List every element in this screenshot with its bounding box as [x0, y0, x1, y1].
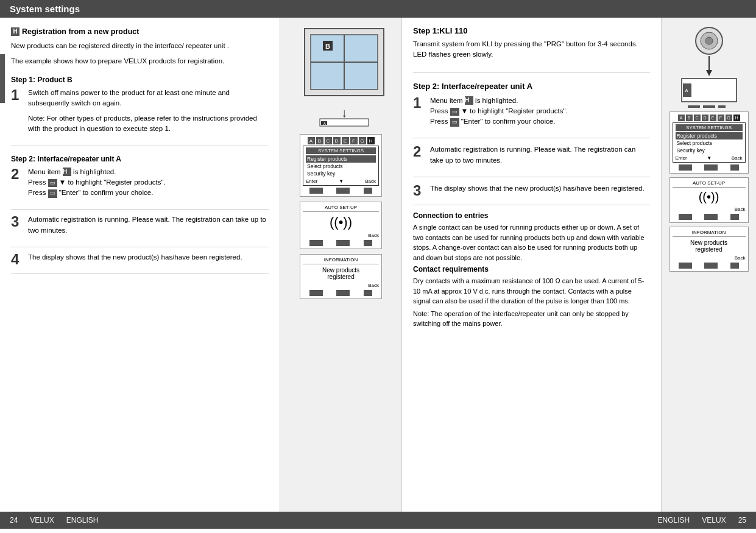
- fr-info-box: INFORMATION New products registered Back: [669, 227, 749, 272]
- fr-info-title: INFORMATION: [673, 230, 746, 237]
- fr-info-btn1: [679, 263, 692, 269]
- fr-auto-btn1: [679, 214, 692, 220]
- fr-menu-item-register: Register products: [676, 132, 743, 139]
- fr-H: H: [733, 115, 740, 121]
- btn3: [364, 188, 372, 194]
- enter-key-icon: ▭: [48, 179, 57, 188]
- icon-H-inline: H: [63, 168, 71, 176]
- autosetup-box: AUTO SET-UP ((•)) Back: [300, 202, 382, 249]
- section-title: H Registration from a new product: [11, 27, 269, 36]
- svg-text:A: A: [685, 88, 688, 93]
- step1-row: 1 Switch off mains power to the product …: [11, 88, 269, 146]
- fr-D: D: [702, 115, 708, 121]
- btn1: [309, 188, 323, 194]
- footer-lang-left: ENGLISH: [66, 516, 99, 524]
- fr-menu-title: SYSTEM SETTINGS: [676, 124, 743, 131]
- enter-key2-icon: ▭: [48, 189, 57, 198]
- btn2: [336, 188, 350, 194]
- fr-info-btn3: [730, 263, 739, 269]
- right-step1-section: Step 1:KLI 110 Transmit system from KLI …: [413, 26, 650, 73]
- auto-btn3: [364, 240, 372, 246]
- conn-text: A single contact can be used for running…: [413, 222, 650, 263]
- right-step4-row: 3 The display shows that the new product…: [413, 183, 650, 205]
- fr-btn3: [730, 164, 739, 171]
- step4-number-left: 4: [11, 252, 22, 267]
- footer-page-left: 24: [10, 516, 18, 524]
- step2-content: Menu item H is highlighted. Press ▭ ▼ to…: [28, 167, 166, 203]
- step4-content-left: The display shows that the new product(s…: [28, 252, 242, 267]
- fr-menu-item-select: Select products: [676, 139, 743, 147]
- intro-para2: The example shows how to prepare VELUX p…: [11, 56, 269, 66]
- footer-brand-left: VELUX: [30, 516, 54, 524]
- info-box: INFORMATION New products registered Back: [300, 254, 382, 299]
- info-back: Back: [303, 283, 379, 288]
- illustration-column: B ↓ A A B C D E F G H SYSTEM SET: [280, 18, 402, 512]
- fr-F: F: [718, 115, 724, 121]
- step1-product-b-header: Step 1: Product B: [11, 76, 269, 84]
- fr-B: B: [686, 115, 693, 121]
- menu-item-security: Security key: [306, 170, 376, 177]
- step3-row-left: 3 Automatic registration is running. Ple…: [11, 214, 269, 247]
- step1-number: 1: [11, 88, 22, 102]
- fr-autosetup-box: AUTO SET-UP ((•)) Back: [669, 177, 749, 223]
- req-text: Dry contacts with a maximum resistance o…: [413, 276, 650, 306]
- info-btn2: [336, 290, 350, 296]
- autosetup-title: AUTO SET-UP: [303, 205, 379, 212]
- far-right-menu-box: A B C D E F G H SYSTEM SETTINGS Register…: [669, 111, 749, 174]
- left-column: H Registration from a new product New pr…: [0, 18, 280, 512]
- footer-lang-right: ENGLISH: [658, 516, 690, 524]
- auto-btn1: [309, 240, 323, 246]
- step1-content: Switch off mains power to the product fo…: [28, 88, 269, 139]
- fr-enter: Enter: [676, 155, 687, 161]
- letter-H: H: [367, 137, 375, 144]
- step4-row-left: 4 The display shows that the new product…: [11, 252, 269, 274]
- svg-rect-20: [718, 105, 726, 108]
- device-buttons-info: [303, 290, 379, 296]
- fr-auto-btn2: [704, 214, 718, 220]
- window-svg: B ↓ A: [286, 23, 396, 129]
- right-step2-header: Step 2: Interface/repeater unit A: [413, 82, 650, 91]
- step2-header-left: Step 2: Interface/repeater unit A: [11, 155, 269, 163]
- right-step4-content: The display shows that the new product(s…: [430, 183, 645, 199]
- menu-title: SYSTEM SETTINGS: [306, 147, 376, 154]
- footer-page-right: 25: [738, 516, 746, 524]
- repeater-svg: A: [669, 23, 749, 108]
- device-letters-header: A B C D E F G H: [303, 137, 379, 144]
- right-step2-row: 1 Menu item H is highlighted. Press ▭ ▼ …: [413, 96, 650, 139]
- device-buttons-row1: [303, 188, 379, 194]
- right-step1-text: Transmit system from KLI by pressing the…: [413, 39, 650, 60]
- fr-autosetup-back: Back: [673, 206, 746, 212]
- fr-A: A: [678, 115, 685, 121]
- fr-G: G: [726, 115, 732, 121]
- icon-H-right: H: [465, 96, 473, 105]
- right-step3-content: Automatic registration is running. Pleas…: [430, 144, 650, 171]
- right-step3-row: 2 Automatic registration is running. Ple…: [413, 144, 650, 177]
- step2-number: 2: [11, 167, 22, 182]
- fr-E: E: [710, 115, 716, 121]
- letter-B: B: [316, 137, 323, 144]
- wifi-icon: ((•)): [303, 214, 379, 230]
- fr-device-menu: SYSTEM SETTINGS Register products Select…: [673, 122, 746, 163]
- svg-text:A: A: [323, 122, 326, 125]
- repeater-illustration: A: [669, 23, 749, 108]
- right-column: Step 1:KLI 110 Transmit system from KLI …: [402, 18, 662, 512]
- far-right-letters: A B C D E F G H: [673, 115, 746, 121]
- intro-para1: New products can be registered directly …: [11, 41, 269, 51]
- requirements-section: Contact requirements Dry contacts with a…: [413, 265, 650, 329]
- device-buttons-auto: [303, 240, 379, 246]
- fr-wifi-icon: ((•)): [673, 190, 746, 204]
- footer-right: ENGLISH VELUX 25: [658, 516, 746, 524]
- page-footer: 24 VELUX ENGLISH ENGLISH VELUX 25: [0, 512, 756, 529]
- letter-F: F: [350, 137, 358, 144]
- enter-label: Enter: [306, 178, 317, 184]
- fr-info-content: New products registered: [673, 239, 746, 253]
- req-title: Contact requirements: [413, 265, 650, 274]
- fr-buttons-row: [673, 164, 746, 171]
- sidebar-accent: [0, 54, 5, 103]
- step3-number-left: 3: [11, 214, 22, 229]
- down-arrow: ▼: [339, 178, 344, 184]
- autosetup-back: Back: [303, 233, 379, 238]
- key-icon-r2: ▭: [450, 118, 459, 127]
- info-btn1: [309, 290, 323, 296]
- right-step3-num: 2: [413, 144, 424, 159]
